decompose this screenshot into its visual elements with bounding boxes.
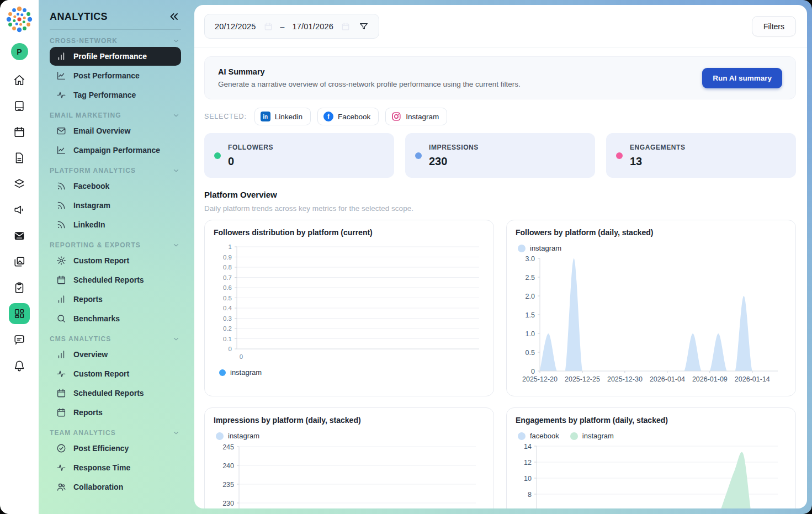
activity-icon: [56, 463, 66, 473]
sidebar-item-email-overview[interactable]: Email Overview: [50, 121, 181, 140]
legend-item-instagram[interactable]: instagram: [216, 432, 259, 440]
chart-card-engagements-daily: Engagements by platform (daily, stacked)…: [506, 407, 796, 508]
legend-dot-icon: [518, 245, 526, 252]
sidebar-item-overview[interactable]: Overview: [50, 345, 181, 364]
chevron-down-icon: [172, 335, 180, 343]
svg-text:240: 240: [222, 462, 234, 470]
rail-item-calendar[interactable]: [13, 126, 26, 138]
rail-item-megaphone[interactable]: [13, 204, 26, 216]
chart-legend: facebookinstagram: [518, 432, 787, 440]
line-chart-icon: [56, 71, 66, 81]
metric-card-followers: FOLLOWERS0: [204, 133, 394, 178]
line-chart-icon: [56, 145, 66, 155]
rail-item-bell[interactable]: [13, 359, 26, 372]
chat-icon: [13, 333, 25, 346]
rail-item-home[interactable]: [13, 74, 26, 86]
sidebar-item-scheduled-reports[interactable]: Scheduled Reports: [50, 384, 181, 402]
sidebar-item-campaign-performance[interactable]: Campaign Performance: [50, 141, 181, 160]
rail-item-clipboard-check[interactable]: [13, 282, 26, 294]
end-date-field[interactable]: 17/01/2026: [292, 22, 333, 31]
impressions-dot-icon: [415, 152, 422, 159]
rail-item-layers[interactable]: [13, 178, 26, 190]
sidebar-item-instagram[interactable]: Instagram: [50, 196, 181, 215]
sidebar-item-tag-performance[interactable]: Tag Performance: [50, 86, 181, 104]
selected-label: SELECTED:: [204, 113, 247, 120]
sidebar-item-label: Custom Report: [73, 256, 129, 265]
filters-button[interactable]: Filters: [752, 16, 796, 36]
legend-label: facebook: [530, 432, 559, 440]
sidebar-item-reports[interactable]: Reports: [50, 403, 181, 422]
sidebar-item-custom-report[interactable]: Custom Report: [50, 364, 181, 383]
sidebar-item-collaboration[interactable]: Collaboration: [50, 478, 181, 496]
sidebar-item-post-efficiency[interactable]: Post Efficiency: [50, 439, 181, 458]
sidebar-item-label: Email Overview: [73, 126, 131, 135]
sidebar-item-label: Reports: [73, 408, 103, 417]
svg-text:0.9: 0.9: [223, 254, 232, 261]
sidebar-header: ANALYTICS: [50, 8, 181, 30]
chart-title: Engagements by platform (daily, stacked): [516, 416, 787, 425]
legend-item-facebook[interactable]: facebook: [518, 432, 559, 440]
sidebar-section-email-marketing[interactable]: EMAIL MARKETING: [50, 112, 180, 119]
rail-item-dashboard-grid[interactable]: [9, 303, 30, 324]
legend-item-instagram[interactable]: instagram: [219, 368, 262, 377]
funnel-icon[interactable]: [359, 22, 369, 31]
sidebar-section-label: CMS ANALYTICS: [50, 335, 111, 343]
impressions-daily-chart: 245240235230: [214, 443, 485, 508]
ai-summary-text: AI Summary Generate a narrative overview…: [218, 67, 521, 88]
chevron-down-icon: [172, 429, 180, 437]
sidebar-section-team-analytics[interactable]: TEAM ANALYTICS: [50, 429, 180, 437]
calendar-icon: [13, 126, 25, 138]
date-range-picker[interactable]: 20/12/2025 – 17/01/2026: [204, 14, 379, 39]
calendar-icon: [264, 22, 273, 31]
mail-icon: [13, 230, 25, 242]
chart-title: Followers by platform (daily, stacked): [516, 228, 787, 237]
collapse-sidebar-icon[interactable]: [168, 10, 180, 23]
sidebar-item-profile-performance[interactable]: Profile Performance: [50, 47, 181, 66]
rail-item-reader[interactable]: [13, 100, 26, 112]
rail-item-gallery[interactable]: [13, 256, 26, 268]
start-date-field[interactable]: 20/12/2025: [215, 22, 256, 31]
network-chip-facebook[interactable]: fFacebook: [317, 108, 379, 125]
date-separator: –: [280, 22, 285, 31]
svg-text:10: 10: [524, 475, 532, 483]
clipboard-check-icon: [13, 282, 25, 294]
home-icon: [13, 74, 25, 86]
rail-item-mail[interactable]: [13, 230, 26, 242]
rail-item-document[interactable]: [13, 152, 26, 164]
sidebar-item-scheduled-reports[interactable]: Scheduled Reports: [50, 271, 181, 289]
sidebar-item-custom-report[interactable]: Custom Report: [50, 251, 181, 270]
avatar[interactable]: P: [11, 43, 28, 60]
calendar-icon: [264, 22, 273, 31]
svg-text:0: 0: [240, 353, 243, 360]
sidebar-section-platform-analytics[interactable]: PLATFORM ANALYTICS: [50, 167, 180, 174]
network-chip-instagram[interactable]: Instagram: [385, 108, 447, 125]
legend-item-instagram[interactable]: instagram: [570, 432, 614, 440]
sidebar-item-post-performance[interactable]: Post Performance: [50, 66, 181, 85]
bell-icon: [13, 359, 25, 372]
sidebar-item-response-time[interactable]: Response Time: [50, 458, 181, 477]
sidebar-section-cms-analytics[interactable]: CMS ANALYTICS: [50, 335, 180, 343]
sidebar-item-label: Post Performance: [73, 71, 140, 80]
app-window: P ANALYTICS CROSS-NETWORKProfile Perform…: [0, 0, 812, 514]
calendar-icon: [56, 388, 66, 398]
followers-dot-icon: [214, 152, 221, 159]
sidebar-item-benchmarks[interactable]: Benchmarks: [50, 309, 181, 328]
sidebar-section-cross-network[interactable]: CROSS-NETWORK: [50, 37, 180, 45]
run-ai-summary-button[interactable]: Run AI summary: [702, 68, 782, 88]
svg-text:2025-12-25: 2025-12-25: [565, 375, 600, 383]
sidebar-item-label: Instagram: [73, 201, 110, 210]
sidebar-item-facebook[interactable]: Facebook: [50, 177, 181, 195]
svg-text:2026-01-09: 2026-01-09: [692, 375, 728, 383]
sidebar-item-reports[interactable]: Reports: [50, 290, 181, 309]
network-chip-label: Facebook: [338, 113, 370, 121]
rail-item-chat[interactable]: [13, 333, 26, 346]
network-chip-linkedin[interactable]: inLinkedin: [254, 108, 311, 125]
app-logo-icon[interactable]: [4, 4, 34, 34]
metric-value: 0: [228, 155, 273, 168]
sidebar-item-linkedin[interactable]: LinkedIn: [50, 215, 181, 234]
sidebar-section-reporting-exports[interactable]: REPORTING & EXPORTS: [50, 241, 180, 249]
legend-item-instagram[interactable]: instagram: [518, 244, 561, 252]
chart-legend: instagram: [219, 368, 485, 377]
chart-legend: instagram: [216, 432, 485, 440]
linkedin-icon: in: [261, 112, 270, 121]
